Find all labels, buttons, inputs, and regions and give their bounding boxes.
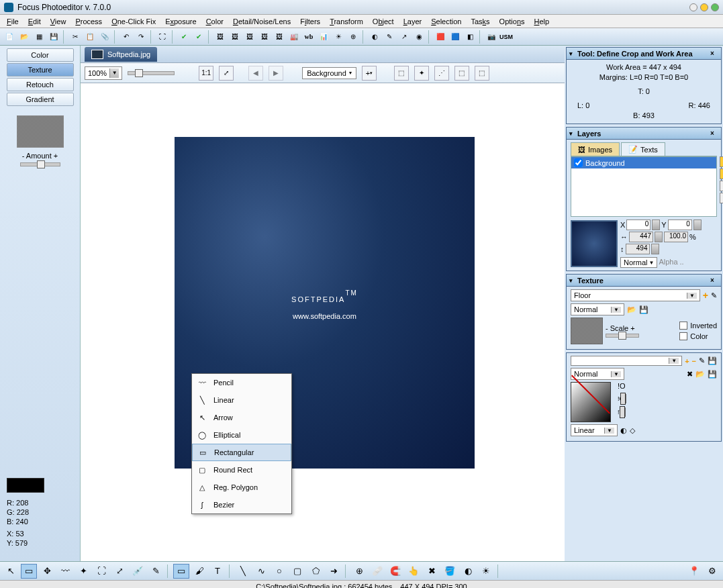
save-icon[interactable]: 💾 (639, 305, 648, 314)
zoom-fit-icon[interactable]: ⤢ (219, 66, 234, 81)
texture-select[interactable]: Floor▼ (571, 289, 700, 301)
ellipse-icon[interactable]: ○ (271, 564, 287, 579)
zoom-slider[interactable] (128, 71, 175, 75)
new-icon[interactable]: 📄 (3, 30, 16, 44)
preset-c-icon[interactable]: 🖼 (243, 30, 256, 44)
open-icon[interactable]: 📂 (627, 305, 636, 314)
options-icon[interactable]: ⚙ (704, 564, 720, 579)
marquee-icon[interactable]: ▭ (21, 564, 37, 579)
save-icon[interactable]: 💾 (708, 356, 717, 365)
magnet-icon[interactable]: 🧲 (387, 564, 403, 579)
tab-retouch[interactable]: Retouch (7, 78, 74, 91)
popup-elliptical[interactable]: ◯Elliptical (192, 426, 291, 444)
minus-icon[interactable]: − (692, 357, 696, 365)
save-icon[interactable]: 💾 (47, 30, 60, 44)
color-wheel-icon[interactable]: ◉ (412, 30, 426, 44)
adj1-icon[interactable]: ◐ (368, 30, 381, 44)
tab-texture[interactable]: Texture (7, 63, 74, 77)
menu-help[interactable]: Help (530, 16, 554, 27)
maximize-button[interactable] (700, 3, 708, 11)
lasso-icon[interactable]: 〰 (57, 564, 73, 579)
nav-next-icon[interactable]: ▶ (269, 66, 283, 81)
grad-icon-2[interactable]: ◇ (630, 426, 635, 435)
grad-type-select[interactable]: Linear▼ (571, 424, 618, 436)
move-icon[interactable]: ✥ (39, 564, 55, 579)
heal-icon[interactable]: 🩹 (369, 564, 385, 579)
preset-e-icon[interactable]: 🖼 (273, 30, 286, 44)
clone-icon[interactable]: ⊕ (351, 564, 367, 579)
spinner[interactable] (693, 219, 702, 230)
anchor-icon[interactable]: 📍 (686, 564, 702, 579)
layer-visible-checkbox[interactable] (574, 158, 583, 167)
copy-icon[interactable]: 📋 (83, 30, 97, 44)
arrow-icon[interactable]: ➜ (326, 564, 342, 579)
factory-icon[interactable]: 🏭 (287, 30, 301, 44)
usm-icon[interactable]: USM (499, 30, 513, 44)
popup-roundrect[interactable]: ▢Round Rect (192, 461, 291, 479)
inverted-checkbox[interactable]: Inverted (679, 322, 717, 330)
add-layer-btn[interactable]: +▾ (362, 66, 377, 81)
v-icon-5[interactable]: ⬚ (475, 66, 489, 81)
crop-icon[interactable]: ⛶ (156, 30, 169, 44)
menu-object[interactable]: Object (369, 16, 398, 27)
grad-slider-2[interactable] (624, 407, 626, 417)
poly-icon[interactable]: ⬠ (307, 564, 324, 579)
menu-oneclick[interactable]: One-Click Fix (107, 16, 160, 27)
adj2-icon[interactable]: ✎ (383, 30, 396, 44)
layers-tab-texts[interactable]: 📝 Texts (621, 142, 665, 156)
quick2-icon[interactable]: ✔ (192, 30, 205, 44)
menu-tasks[interactable]: Tasks (467, 16, 493, 27)
text-icon[interactable]: T (209, 564, 226, 579)
eyedropper-icon[interactable]: 💉 (130, 564, 146, 579)
menu-edit[interactable]: Edit (24, 16, 45, 27)
layer2-icon[interactable]: 🟦 (448, 30, 462, 44)
rect2-icon[interactable]: ▢ (289, 564, 305, 579)
popup-bezier[interactable]: ∫Bezier (192, 496, 291, 513)
rect-shape-icon[interactable]: ▭ (173, 564, 189, 579)
layer-down-icon[interactable]: ⬇ (720, 168, 723, 179)
menu-color[interactable]: Color (202, 16, 228, 27)
layer-thumbnail[interactable] (571, 220, 618, 267)
preset-d-icon[interactable]: 🖼 (258, 30, 271, 44)
close-icon[interactable]: × (710, 50, 718, 57)
preset-b-icon[interactable]: 🖼 (228, 30, 242, 44)
spinner[interactable] (652, 219, 660, 230)
tool1-icon[interactable]: ✖ (687, 370, 693, 379)
eraser-icon[interactable]: ✖ (424, 564, 440, 579)
popup-polygon[interactable]: △Reg. Polygon (192, 479, 291, 496)
popup-linear[interactable]: ╲Linear (192, 391, 291, 409)
x-field[interactable]: 0 (626, 219, 650, 230)
close-icon[interactable]: × (710, 277, 718, 284)
wb-icon[interactable]: wb (302, 30, 316, 44)
menu-detail[interactable]: Detail/Noise/Lens (229, 16, 295, 27)
menu-file[interactable]: File (3, 16, 23, 27)
target-icon[interactable]: ⊕ (346, 30, 360, 44)
pointer-icon[interactable]: ↖ (3, 564, 19, 579)
lighten-icon[interactable]: ☀ (478, 564, 494, 579)
pen-icon[interactable]: ✎ (148, 564, 164, 579)
v-icon-1[interactable]: ⬚ (394, 66, 409, 81)
cut-icon[interactable]: ✂ (68, 30, 82, 44)
layer-row[interactable]: Background (571, 157, 716, 168)
menu-view[interactable]: View (46, 16, 70, 27)
edit-icon[interactable]: ✎ (699, 356, 705, 365)
undo-icon[interactable]: ↶ (119, 30, 133, 44)
smudge-icon[interactable]: 👆 (405, 564, 422, 579)
resize-icon[interactable]: ⤢ (111, 564, 128, 579)
tab-gradient[interactable]: Gradient (7, 93, 74, 106)
collapse-icon[interactable]: ▾ (569, 50, 577, 57)
brush-icon[interactable]: 🖌 (191, 564, 207, 579)
grad-icon[interactable]: ◐ (460, 564, 476, 579)
preset-select[interactable]: ▼ (571, 356, 682, 366)
collapse-icon[interactable]: ▾ (569, 277, 577, 284)
popup-rectangular[interactable]: ▭Rectangular (192, 444, 291, 461)
fill-icon[interactable]: 🪣 (442, 564, 458, 579)
crop-icon[interactable]: ⛶ (93, 564, 109, 579)
menu-process[interactable]: Process (71, 16, 106, 27)
v-icon-3[interactable]: ⋰ (434, 66, 449, 81)
plus-icon[interactable]: + (685, 357, 689, 365)
close-icon[interactable]: × (710, 130, 718, 137)
menu-filters[interactable]: Filters (296, 16, 324, 27)
layers-tab-images[interactable]: 🖼 Images (571, 142, 620, 156)
menu-transform[interactable]: Transform (326, 16, 367, 27)
